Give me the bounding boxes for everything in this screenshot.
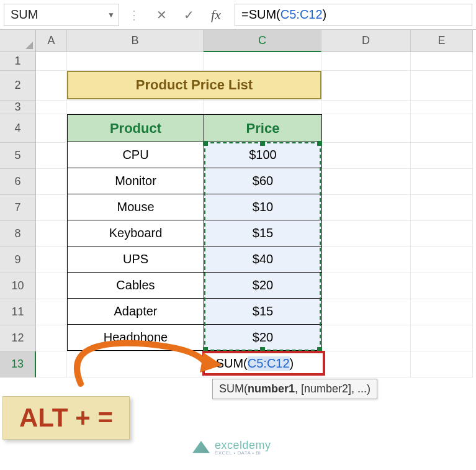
- row-header-10[interactable]: 10: [0, 273, 36, 299]
- dropdown-icon[interactable]: ▼: [107, 11, 115, 19]
- cell[interactable]: [321, 299, 411, 325]
- cell[interactable]: [36, 273, 67, 299]
- product-cell[interactable]: Headphone: [68, 325, 204, 351]
- row-header-12[interactable]: 12: [0, 325, 36, 351]
- cell[interactable]: [321, 169, 411, 195]
- price-table: Product Price CPU$100 Monitor$60 Mouse$1…: [67, 114, 322, 351]
- cell[interactable]: [36, 52, 67, 71]
- price-cell[interactable]: $100: [204, 142, 322, 168]
- cell[interactable]: [321, 143, 411, 169]
- product-cell[interactable]: Adapter: [68, 299, 204, 325]
- cell[interactable]: [204, 52, 321, 71]
- product-cell[interactable]: Mouse: [68, 194, 204, 220]
- cell[interactable]: [321, 325, 411, 351]
- price-cell[interactable]: $40: [204, 246, 322, 273]
- cell[interactable]: [36, 247, 67, 273]
- cell[interactable]: [411, 169, 473, 195]
- cell[interactable]: [321, 273, 411, 299]
- cell[interactable]: [204, 101, 321, 114]
- cell[interactable]: [321, 52, 411, 71]
- cell[interactable]: [321, 71, 411, 101]
- select-all-corner[interactable]: [0, 30, 36, 52]
- cell[interactable]: [321, 114, 411, 143]
- price-cell[interactable]: $60: [204, 168, 322, 194]
- price-cell[interactable]: $10: [204, 194, 322, 220]
- row-header-8[interactable]: 8: [0, 221, 36, 247]
- table-row[interactable]: Keyboard$15: [68, 220, 322, 246]
- row-header-7[interactable]: 7: [0, 195, 36, 221]
- table-row[interactable]: CPU$100: [68, 142, 322, 168]
- row-header-2[interactable]: 2: [0, 71, 36, 101]
- row-header-11[interactable]: 11: [0, 299, 36, 325]
- cell[interactable]: [36, 71, 67, 101]
- cell[interactable]: [411, 71, 473, 101]
- table-row[interactable]: Mouse$10: [68, 194, 322, 220]
- col-header-C[interactable]: C: [204, 30, 321, 52]
- col-header-D[interactable]: D: [321, 30, 411, 52]
- enter-icon[interactable]: ✓: [176, 4, 201, 26]
- table-row[interactable]: UPS$40: [68, 246, 322, 273]
- active-cell[interactable]: =SUM(C5:C12): [202, 351, 325, 376]
- header-price[interactable]: Price: [204, 115, 322, 142]
- product-cell[interactable]: Monitor: [68, 168, 204, 194]
- col-header-E[interactable]: E: [411, 30, 473, 52]
- cell[interactable]: [36, 325, 67, 351]
- table-row[interactable]: Headphone$20: [68, 325, 322, 351]
- cell[interactable]: [67, 101, 204, 114]
- product-cell[interactable]: UPS: [68, 246, 204, 273]
- cell[interactable]: [36, 101, 67, 114]
- col-header-A[interactable]: A: [36, 30, 67, 52]
- row-header-1[interactable]: 1: [0, 52, 36, 71]
- row-header-3[interactable]: 3: [0, 101, 36, 114]
- cell[interactable]: [36, 221, 67, 247]
- header-product[interactable]: Product: [68, 115, 204, 142]
- row-header-13[interactable]: 13: [0, 351, 36, 377]
- row-header-9[interactable]: 9: [0, 247, 36, 273]
- col-header-B[interactable]: B: [67, 30, 204, 52]
- cell[interactable]: [411, 299, 473, 325]
- cell[interactable]: [321, 247, 411, 273]
- cell[interactable]: [321, 101, 411, 114]
- cell[interactable]: [36, 351, 67, 377]
- fx-icon[interactable]: fx: [204, 4, 228, 26]
- title-cell[interactable]: Product Price List: [67, 71, 321, 99]
- cell[interactable]: [321, 351, 411, 377]
- price-cell[interactable]: $15: [204, 299, 322, 325]
- price-cell[interactable]: $20: [204, 273, 322, 299]
- price-cell[interactable]: $20: [204, 325, 322, 351]
- table-row[interactable]: Cables$20: [68, 273, 322, 299]
- cell[interactable]: [411, 325, 473, 351]
- cell[interactable]: [411, 273, 473, 299]
- cell[interactable]: [411, 52, 473, 71]
- product-cell[interactable]: CPU: [68, 142, 204, 168]
- cell[interactable]: [411, 221, 473, 247]
- cell[interactable]: [411, 114, 473, 143]
- cell[interactable]: [36, 114, 67, 143]
- cell[interactable]: [411, 143, 473, 169]
- cell[interactable]: [321, 195, 411, 221]
- table-row[interactable]: Adapter$15: [68, 299, 322, 325]
- cell[interactable]: [411, 247, 473, 273]
- cell[interactable]: [36, 169, 67, 195]
- product-cell[interactable]: Keyboard: [68, 220, 204, 246]
- cell[interactable]: [67, 52, 204, 71]
- price-cell[interactable]: $15: [204, 220, 322, 246]
- row-header-5[interactable]: 5: [0, 143, 36, 169]
- cell[interactable]: [67, 351, 204, 377]
- cell[interactable]: [36, 195, 67, 221]
- cell[interactable]: [36, 299, 67, 325]
- row-header-4[interactable]: 4: [0, 114, 36, 143]
- product-cell[interactable]: Cables: [68, 273, 204, 299]
- cancel-icon[interactable]: ✕: [149, 4, 174, 26]
- cell[interactable]: [411, 195, 473, 221]
- cell[interactable]: [411, 101, 473, 114]
- formula-bar: SUM ▼ ⋮ ✕ ✓ fx =SUM(C5:C12): [0, 0, 476, 30]
- cell[interactable]: [321, 221, 411, 247]
- callout-text: ALT + =: [19, 403, 113, 432]
- name-box[interactable]: SUM ▼: [4, 4, 119, 26]
- cell[interactable]: [411, 351, 473, 377]
- table-row[interactable]: Monitor$60: [68, 168, 322, 194]
- cell[interactable]: [36, 143, 67, 169]
- row-header-6[interactable]: 6: [0, 169, 36, 195]
- formula-input[interactable]: =SUM(C5:C12): [235, 4, 472, 26]
